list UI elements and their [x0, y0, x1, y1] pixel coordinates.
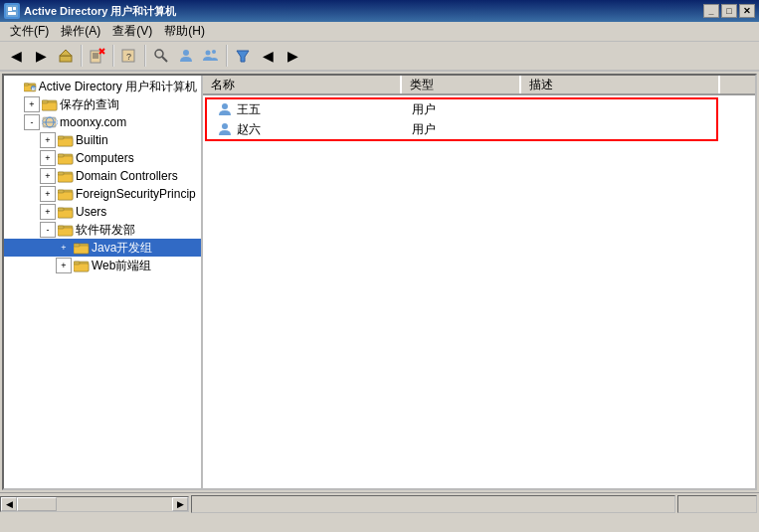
- svg-point-16: [183, 50, 189, 56]
- list-header: 名称 类型 描述: [203, 76, 755, 95]
- menu-action[interactable]: 操作(A): [55, 21, 106, 42]
- svg-rect-43: [58, 190, 64, 193]
- menu-bar: 文件(F) 操作(A) 查看(V) 帮助(H): [0, 22, 759, 42]
- tree-item-computers[interactable]: + Computers: [4, 149, 201, 167]
- expand-domain-controllers[interactable]: +: [40, 168, 56, 184]
- ad-folder-icon: AD: [24, 80, 37, 93]
- scroll-right-btn[interactable]: ▶: [172, 497, 188, 511]
- name-1: 赵六: [237, 121, 261, 138]
- tree-item-saved-queries[interactable]: + 保存的查询: [4, 95, 201, 113]
- close-button[interactable]: ✕: [739, 4, 755, 18]
- delete-button[interactable]: [86, 44, 109, 68]
- svg-rect-40: [58, 172, 64, 175]
- user-icon-btn[interactable]: [174, 44, 198, 68]
- expand-saved-queries[interactable]: +: [24, 96, 40, 112]
- svg-point-57: [222, 123, 228, 129]
- help-button[interactable]: ?: [117, 44, 141, 68]
- tree-item-users[interactable]: + Users: [4, 203, 201, 221]
- menu-file[interactable]: 文件(F): [4, 21, 55, 42]
- svg-point-56: [222, 103, 228, 109]
- tree-item-java-group[interactable]: + Java开发组: [4, 239, 201, 257]
- expand-foreign-security[interactable]: +: [40, 186, 56, 202]
- separator-2: [112, 45, 114, 67]
- software-dept-icon: [58, 223, 74, 237]
- tree-item-builtin[interactable]: + Builtin: [4, 131, 201, 149]
- col-type[interactable]: 类型: [402, 76, 521, 93]
- up-button[interactable]: [54, 44, 78, 68]
- web-group-label: Web前端组: [92, 258, 151, 274]
- find-button[interactable]: [149, 44, 173, 68]
- status-bar-panel: [191, 495, 675, 513]
- user-icon-0: [217, 101, 233, 117]
- tree-item-software-dept[interactable]: - 软件研发部: [4, 221, 201, 239]
- title-controls[interactable]: _ □ ✕: [703, 4, 755, 18]
- cell-name-1[interactable]: 赵六: [209, 119, 404, 140]
- svg-rect-27: [42, 100, 48, 103]
- svg-rect-34: [58, 136, 64, 139]
- tree-item-domain[interactable]: - moonxy.com: [4, 113, 201, 131]
- computers-label: Computers: [76, 151, 134, 165]
- svg-text:?: ?: [126, 52, 131, 62]
- expand-web-group[interactable]: +: [56, 258, 72, 273]
- prev-page-button[interactable]: ◀: [256, 44, 280, 68]
- back-button[interactable]: ◀: [4, 44, 28, 68]
- forward-button[interactable]: ▶: [29, 44, 53, 68]
- menu-view[interactable]: 查看(V): [106, 21, 158, 42]
- svg-rect-6: [91, 51, 100, 63]
- cell-name-0[interactable]: 王五: [209, 99, 404, 120]
- foreign-security-label: ForeignSecurityPrincip: [76, 187, 196, 201]
- software-dept-label: 软件研发部: [76, 222, 135, 239]
- expand-users[interactable]: +: [40, 204, 56, 220]
- users-icon: [58, 205, 74, 219]
- svg-rect-1: [8, 7, 12, 11]
- next-page-button[interactable]: ▶: [281, 44, 304, 68]
- domain-label: moonxy.com: [60, 115, 126, 129]
- list-row-0[interactable]: 王五 用户: [207, 99, 716, 119]
- builtin-label: Builtin: [76, 133, 108, 147]
- toolbar: ◀ ▶ ?: [0, 42, 759, 72]
- users-icon-btn[interactable]: [199, 44, 223, 68]
- svg-text:AD: AD: [32, 87, 37, 91]
- java-group-icon: [74, 241, 90, 255]
- svg-rect-37: [58, 154, 64, 157]
- col-name[interactable]: 名称: [203, 76, 402, 93]
- menu-help[interactable]: 帮助(H): [158, 21, 211, 42]
- content-panel[interactable]: 名称 类型 描述 王五 用户: [203, 76, 755, 488]
- svg-marker-19: [237, 51, 249, 62]
- expand-builtin[interactable]: +: [40, 132, 56, 148]
- saved-queries-label: 保存的查询: [60, 96, 119, 113]
- list-row-1[interactable]: 赵六 用户: [207, 119, 716, 139]
- main-area: AD Active Directory 用户和计算机 + 保存的查询 - moo: [2, 74, 757, 490]
- expand-java-group[interactable]: +: [56, 240, 72, 256]
- separator-3: [144, 45, 146, 67]
- svg-line-15: [162, 57, 167, 62]
- tree-item-domain-controllers[interactable]: + Domain Controllers: [4, 167, 201, 185]
- cell-desc-0: [519, 107, 714, 111]
- expand-software-dept[interactable]: -: [40, 222, 56, 238]
- svg-point-17: [206, 51, 211, 56]
- tree-item-foreign-security[interactable]: + ForeignSecurityPrincip: [4, 185, 201, 203]
- tree-panel[interactable]: AD Active Directory 用户和计算机 + 保存的查询 - moo: [4, 76, 203, 488]
- svg-rect-55: [74, 262, 80, 265]
- tree-header: AD Active Directory 用户和计算机: [4, 78, 201, 95]
- col-desc[interactable]: 描述: [521, 76, 720, 93]
- cell-type-0: 用户: [404, 99, 519, 120]
- horizontal-scrollbar[interactable]: ◀ ▶: [0, 496, 189, 512]
- separator-1: [81, 45, 83, 67]
- filter-button[interactable]: [231, 44, 255, 68]
- expand-domain[interactable]: -: [24, 114, 40, 130]
- scroll-thumb[interactable]: [17, 497, 57, 511]
- name-0: 王五: [237, 101, 261, 118]
- builtin-icon: [58, 133, 74, 147]
- maximize-button[interactable]: □: [721, 4, 737, 18]
- cell-desc-1: [519, 127, 714, 131]
- minimize-button[interactable]: _: [703, 4, 719, 18]
- svg-point-14: [155, 50, 163, 58]
- svg-point-18: [212, 50, 216, 54]
- svg-rect-49: [58, 226, 64, 229]
- expand-computers[interactable]: +: [40, 150, 56, 166]
- cell-type-1: 用户: [404, 119, 519, 140]
- tree-item-web-group[interactable]: + Web前端组: [4, 257, 201, 274]
- foreign-security-icon: [58, 187, 74, 201]
- scroll-left-btn[interactable]: ◀: [1, 497, 17, 511]
